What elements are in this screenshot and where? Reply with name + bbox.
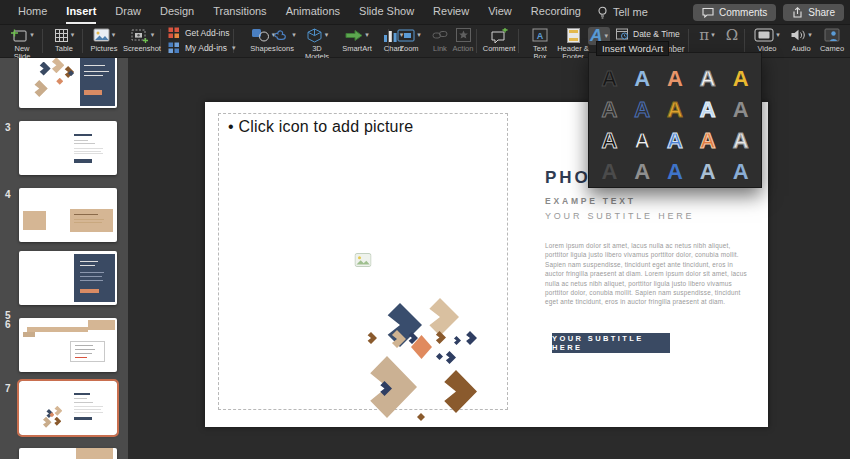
text-box-icon: A [532,28,548,42]
tab-recording[interactable]: Recording [531,0,581,24]
wordart-style-option-14[interactable]: A [691,125,724,156]
slide-cta-button[interactable]: YOUR SUBTITLE HERE [552,333,670,353]
diamond-shape [41,417,52,428]
tab-slide-show[interactable]: Slide Show [359,0,414,24]
slide-number: 4 [5,189,11,200]
slide-thumbnail-panel: 3 4 5 6 [0,58,128,459]
action-star-icon [456,28,471,42]
slide-number: 3 [5,122,11,133]
get-addins-button[interactable]: Get Add-ins [168,27,236,39]
wordart-style-option-15[interactable]: A [724,125,757,156]
wordart-style-option-2[interactable]: A [626,63,659,94]
wordart-style-option-10[interactable]: A [724,94,757,125]
icons-button[interactable]: ▾ Icons [270,27,300,53]
action-button: Action [448,27,478,53]
diamond-shape [52,417,61,426]
tab-animations[interactable]: Animations [286,0,340,24]
smartart-icon [345,29,363,42]
wordart-style-option-12[interactable]: A [626,125,659,156]
wordart-style-option-13[interactable]: A [659,125,692,156]
slide-thumbnail-7-selected[interactable] [19,381,117,435]
thumb-title [74,134,92,136]
slide-number: 6 [5,319,11,330]
slide-number: 7 [5,383,11,394]
picture-placeholder[interactable]: • Click icon to add picture [218,113,508,410]
slide-body-text[interactable]: Lorem ipsum dolor sit amet, lacus nulla … [545,241,749,307]
tab-view[interactable]: View [488,0,512,24]
my-addins-button[interactable]: My Add-ins ▾ [168,42,236,54]
table-button[interactable]: ▾ Table [48,27,80,53]
date-time-icon [616,28,629,40]
zoom-icon [397,29,415,42]
slide-thumbnail-6[interactable] [19,318,117,372]
group-separator [82,29,83,53]
smartart-button[interactable]: ▾ SmartArt [336,27,378,53]
addins-group: Get Add-ins My Add-ins ▾ [168,27,236,54]
date-time-button[interactable]: Date & Time [616,28,685,40]
wordart-style-option-8[interactable]: A [659,94,692,125]
zoom-button[interactable]: ▾ Zoom [393,27,425,53]
wordart-style-option-7[interactable]: A [626,94,659,125]
screenshot-icon [130,28,149,43]
equation-button[interactable]: π▾ [694,27,720,43]
slide-thumbnail-5[interactable] [19,251,117,305]
screenshot-button[interactable]: ▾ Screenshot [122,27,162,53]
shapes-icon [251,28,270,42]
comment-button[interactable]: Comment [480,27,518,53]
tab-review[interactable]: Review [433,0,469,24]
tab-insert[interactable]: Insert [66,0,96,24]
video-icon [754,28,774,42]
cameo-icon [824,28,840,42]
video-button[interactable]: ▾ Video [750,27,784,53]
slide-thumbnail-8[interactable] [19,448,117,459]
symbol-button[interactable]: Ω [720,27,744,43]
header-footer-icon [567,28,580,43]
slide-thumbnail-3[interactable] [19,121,117,175]
wordart-style-option-9[interactable]: A [691,94,724,125]
wordart-style-option-5[interactable]: A [724,63,757,94]
wordart-style-option-3[interactable]: A [659,63,692,94]
equation-pi-icon: π [699,26,709,44]
3d-models-button[interactable]: ▾ 3D Models [300,27,334,61]
wordart-style-option-16[interactable]: A [593,156,626,187]
slide-subtitle-1[interactable]: EXAMPE TEXT [545,196,636,206]
menu-bar: Home Insert Draw Design Transitions Anim… [0,0,850,25]
insert-picture-icon[interactable] [355,253,372,271]
new-slide-button[interactable]: ▾ New Slide [4,27,40,61]
group-separator [42,29,43,53]
comments-button[interactable]: Comments [693,4,776,21]
diamond-shape [48,58,64,73]
pictures-button[interactable]: ▾ Pictures [86,27,122,53]
share-button[interactable]: Share [783,4,844,21]
pictures-icon [93,28,110,42]
wordart-style-option-19[interactable]: A [691,156,724,187]
wordart-style-option-6[interactable]: A [593,94,626,125]
slide-thumbnail-4[interactable] [19,188,117,242]
wordart-style-option-20[interactable]: A [724,156,757,187]
wordart-style-option-4[interactable]: A [691,63,724,94]
table-icon [54,28,69,43]
slide-title[interactable]: PHO [545,168,591,188]
wordart-style-option-18[interactable]: A [659,156,692,187]
slide-thumbnail-2[interactable] [19,58,117,108]
tell-me[interactable]: Tell me [597,6,648,19]
tab-home[interactable]: Home [18,0,47,24]
wordart-style-option-17[interactable]: A [626,156,659,187]
tab-design[interactable]: Design [160,0,194,24]
menu-tabs: Home Insert Draw Design Transitions Anim… [0,0,581,24]
icons-icon [274,28,290,42]
slide-subtitle-2[interactable]: YOUR SUBTITLE HERE [545,211,694,221]
wordart-gallery-panel: A A A A A A A A A A A A A A A A A A A A [588,52,762,188]
audio-button[interactable]: ▾ Audio [786,27,816,53]
3d-models-icon [306,28,323,43]
cameo-button[interactable]: Cameo [816,27,848,53]
audio-icon [790,28,806,42]
link-icon [432,29,448,41]
wordart-style-option-11[interactable]: A [593,125,626,156]
wordart-tooltip: Insert WordArt [596,41,669,56]
window-actions: Comments Share [693,4,850,21]
tab-draw[interactable]: Draw [115,0,141,24]
wordart-style-option-1[interactable]: A [593,63,626,94]
text-box-button[interactable]: A Text Box [526,27,554,61]
tab-transitions[interactable]: Transitions [213,0,266,24]
